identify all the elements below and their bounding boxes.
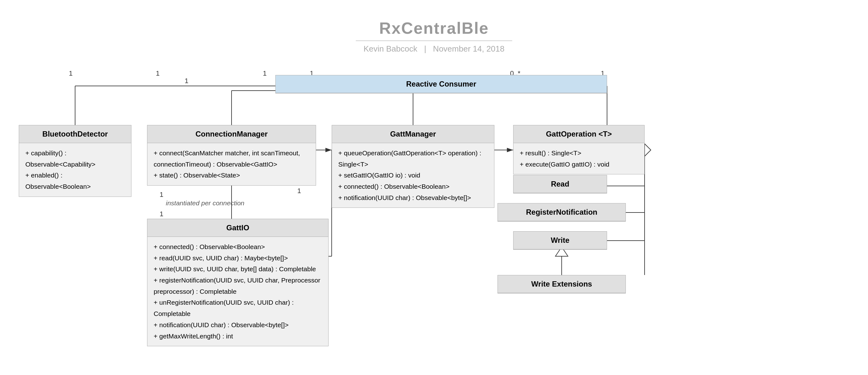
gatt-manager-method-1: + queueOperation(GattOperation<T> operat… bbox=[338, 147, 488, 170]
connection-method-2: + state() : Observable<State> bbox=[154, 170, 309, 181]
label-1-gattio: 1 bbox=[160, 210, 163, 218]
gatt-io-method-3: + write(UUID svc, UUID char, byte[] data… bbox=[154, 264, 322, 275]
gatt-io-method-2: + read(UUID svc, UUID char) : Maybe<byte… bbox=[154, 252, 322, 264]
header: RxCentralBle Kevin Babcock | November 14… bbox=[0, 0, 868, 60]
connection-method-1: + connect(ScanMatcher matcher, int scanT… bbox=[154, 147, 309, 170]
gatt-io-method-4: + registerNotification(UUID svc, UUID ch… bbox=[154, 275, 322, 297]
write-box: Write bbox=[513, 231, 607, 250]
gatt-manager-header: GattManager bbox=[332, 125, 494, 143]
diagram: 1 1 1 1 1 1 1 0..* 1 1 1 1 instantiated … bbox=[0, 69, 868, 369]
gatt-manager-box: GattManager + queueOperation(GattOperati… bbox=[332, 125, 494, 208]
label-1-cm-gattio: 1 bbox=[160, 191, 163, 199]
reactive-consumer-header: Reactive Consumer bbox=[276, 75, 607, 93]
page-title: RxCentralBle bbox=[0, 19, 868, 37]
instantiated-note: instantiated per connection bbox=[166, 199, 244, 207]
gatt-io-body: + connected() : Observable<Boolean> + re… bbox=[147, 237, 328, 346]
label-1-gm-bottom: 1 bbox=[297, 187, 301, 195]
write-header: Write bbox=[514, 232, 607, 249]
gatt-operation-header: GattOperation <T> bbox=[514, 125, 644, 143]
bluetooth-method-1: + capability() : Observable<Capability> bbox=[25, 147, 125, 170]
connector-svg bbox=[0, 69, 868, 369]
header-divider bbox=[356, 41, 512, 41]
svg-marker-17 bbox=[645, 144, 651, 156]
gatt-operation-box: GattOperation <T> + result() : Single<T>… bbox=[513, 125, 645, 174]
author-name: Kevin Babcock bbox=[364, 44, 417, 54]
register-notification-header: RegisterNotification bbox=[498, 203, 625, 221]
label-1-bt: 1 bbox=[69, 69, 72, 77]
gatt-io-method-7: + getMaxWriteLength() : int bbox=[154, 331, 322, 342]
write-extensions-box: Write Extensions bbox=[498, 275, 626, 294]
gatt-io-method-1: + connected() : Observable<Boolean> bbox=[154, 241, 322, 252]
bluetooth-method-2: + enabled() : Observable<Boolean> bbox=[25, 170, 125, 192]
publish-date: November 14, 2018 bbox=[433, 44, 504, 54]
gatt-io-method-5: + unRegisterNotification(UUID svc, UUID … bbox=[154, 297, 322, 319]
gatt-io-header: GattIO bbox=[147, 219, 328, 237]
bluetooth-detector-header: BluetoothDetector bbox=[19, 125, 131, 143]
bluetooth-detector-box: BluetoothDetector + capability() : Obser… bbox=[19, 125, 131, 197]
gatt-operation-method-2: + execute(GattIO gattIO) : void bbox=[520, 159, 638, 170]
bluetooth-detector-body: + capability() : Observable<Capability> … bbox=[19, 143, 131, 197]
connection-manager-box: ConnectionManager + connect(ScanMatcher … bbox=[147, 125, 316, 185]
gatt-manager-method-4: + notification(UUID char) : Obsevable<by… bbox=[338, 192, 488, 203]
gatt-manager-method-2: + setGattIO(GattIO io) : void bbox=[338, 170, 488, 181]
gatt-io-box: GattIO + connected() : Observable<Boolea… bbox=[147, 219, 329, 346]
label-1-rc-cm: 1 bbox=[156, 69, 160, 77]
page-container: RxCentralBle Kevin Babcock | November 14… bbox=[0, 0, 868, 375]
gatt-io-method-6: + notification(UUID char) : Observable<b… bbox=[154, 319, 322, 331]
label-1-rc-left: 1 bbox=[263, 69, 267, 77]
gatt-manager-body: + queueOperation(GattOperation<T> operat… bbox=[332, 143, 494, 207]
connection-manager-body: + connect(ScanMatcher matcher, int scanT… bbox=[147, 143, 316, 185]
label-1-cm-sub: 1 bbox=[185, 77, 188, 85]
write-extensions-header: Write Extensions bbox=[498, 275, 625, 293]
gatt-operation-method-1: + result() : Single<T> bbox=[520, 147, 638, 159]
reactive-consumer-box: Reactive Consumer bbox=[275, 75, 607, 94]
read-header: Read bbox=[514, 175, 607, 193]
header-subtitle: Kevin Babcock | November 14, 2018 bbox=[0, 44, 868, 54]
register-notification-box: RegisterNotification bbox=[498, 203, 626, 221]
gatt-manager-method-3: + connected() : Observable<Boolean> bbox=[338, 181, 488, 192]
connection-manager-header: ConnectionManager bbox=[147, 125, 316, 143]
read-box: Read bbox=[513, 175, 607, 194]
gatt-operation-body: + result() : Single<T> + execute(GattIO … bbox=[514, 143, 644, 174]
